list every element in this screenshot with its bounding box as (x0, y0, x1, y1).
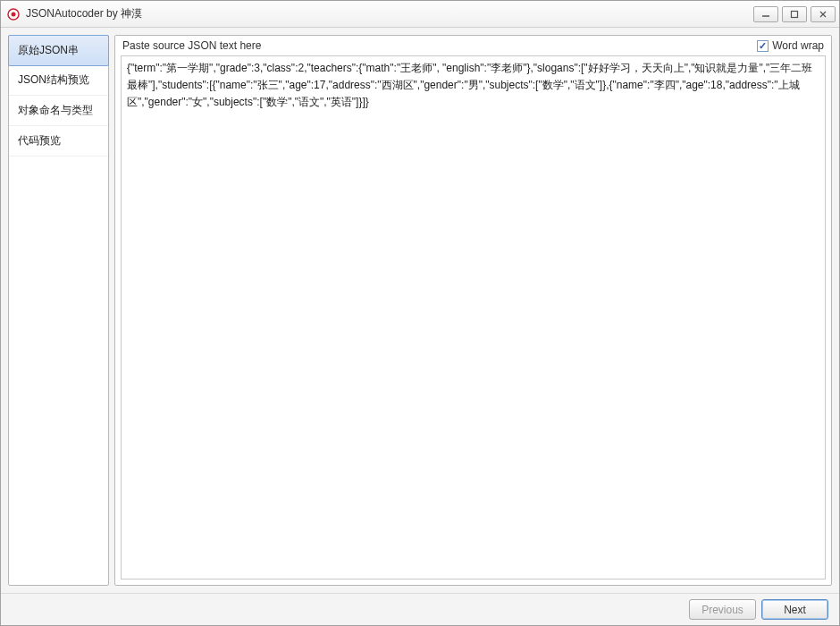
close-button[interactable] (811, 6, 836, 22)
json-input[interactable] (122, 56, 825, 579)
word-wrap-label: Word wrap (772, 39, 824, 52)
sidebar-item-json-preview[interactable]: JSON结构预览 (9, 65, 108, 96)
sidebar-item-label: JSON结构预览 (18, 73, 89, 86)
svg-point-1 (12, 12, 16, 16)
window-controls (753, 6, 836, 22)
main-panel: Paste source JSON text here Word wrap (114, 35, 832, 586)
sidebar-item-label: 对象命名与类型 (18, 104, 93, 116)
sidebar-item-label: 代码预览 (18, 134, 61, 147)
app-window: JSONAutocoder by 神漠 原始JSON串 JSON结构预览 对象命… (0, 0, 840, 626)
textarea-container (121, 55, 826, 579)
sidebar-item-code-preview[interactable]: 代码预览 (9, 126, 108, 156)
maximize-button[interactable] (782, 6, 807, 22)
minimize-button[interactable] (753, 6, 778, 22)
sidebar: 原始JSON串 JSON结构预览 对象命名与类型 代码预览 (8, 35, 109, 586)
sidebar-item-label: 原始JSON串 (18, 44, 79, 56)
sidebar-item-naming-types[interactable]: 对象命名与类型 (9, 96, 108, 126)
next-button[interactable]: Next (761, 599, 828, 620)
panel-header-label: Paste source JSON text here (122, 39, 757, 52)
sidebar-item-raw-json[interactable]: 原始JSON串 (8, 35, 109, 66)
svg-rect-3 (792, 11, 798, 17)
content-area: 原始JSON串 JSON结构预览 对象命名与类型 代码预览 Paste sour… (1, 28, 839, 593)
previous-button[interactable]: Previous (689, 599, 756, 620)
window-title: JSONAutocoder by 神漠 (26, 6, 753, 21)
word-wrap-checkbox[interactable] (757, 40, 769, 52)
app-icon (6, 7, 21, 21)
titlebar: JSONAutocoder by 神漠 (1, 1, 839, 28)
footer: Previous Next (1, 593, 839, 625)
panel-header: Paste source JSON text here Word wrap (115, 36, 831, 55)
word-wrap-control[interactable]: Word wrap (757, 39, 824, 52)
